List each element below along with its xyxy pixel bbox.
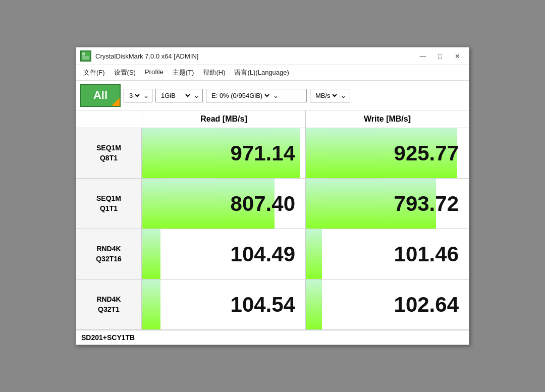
read-bar-3: [142, 279, 160, 329]
read-bar-2: [142, 229, 160, 279]
close-button[interactable]: ✕: [450, 50, 465, 62]
title-bar: CrystalDiskMark 7.0.0 x64 [ADMIN] — □ ✕: [76, 47, 469, 65]
read-value-1: 807.40: [231, 192, 295, 216]
window-controls: — □ ✕: [415, 50, 465, 62]
write-header: Write [MB/s]: [305, 110, 469, 128]
write-cell-2: 101.46: [305, 229, 469, 279]
write-bar-3: [306, 279, 322, 329]
results-table: Read [MB/s] Write [MB/s] SEQ1M Q8T1 971.…: [76, 110, 469, 330]
read-cell-1: 807.40: [142, 179, 305, 229]
menu-settings[interactable]: 设置(S): [110, 67, 140, 79]
read-value-2: 104.49: [231, 242, 295, 266]
menu-profile[interactable]: Profile: [141, 67, 168, 79]
title-bar-left: CrystalDiskMark 7.0.0 x64 [ADMIN]: [80, 50, 198, 62]
table-row: RND4K Q32T16 104.49 101.46: [76, 229, 469, 279]
unit-select[interactable]: MB/s GB/s ⌄: [310, 89, 350, 102]
main-window: CrystalDiskMark 7.0.0 x64 [ADMIN] — □ ✕ …: [76, 47, 469, 345]
table-row: SEQ1M Q1T1 807.40 793.72: [76, 179, 469, 229]
write-value-3: 102.64: [394, 293, 459, 317]
minimize-button[interactable]: —: [415, 50, 430, 62]
read-cell-3: 104.54: [142, 279, 305, 329]
write-value-1: 793.72: [394, 192, 459, 216]
unit-dropdown[interactable]: MB/s GB/s: [313, 91, 339, 100]
row-label-0: SEQ1M Q8T1: [76, 128, 142, 178]
size-chevron-icon: ⌄: [194, 92, 199, 99]
restore-button[interactable]: □: [432, 50, 448, 62]
table-header: Read [MB/s] Write [MB/s]: [76, 110, 469, 128]
row-label-2: RND4K Q32T16: [76, 229, 142, 279]
unit-chevron-icon: ⌄: [341, 92, 346, 99]
write-value-0: 925.77: [394, 141, 459, 165]
write-cell-0: 925.77: [305, 128, 469, 178]
svg-rect-1: [82, 56, 89, 60]
write-cell-1: 793.72: [305, 179, 469, 229]
table-row: SEQ1M Q8T1 971.14 925.77: [76, 128, 469, 179]
menu-file[interactable]: 文件(F): [79, 67, 109, 79]
row-label-1: SEQ1M Q1T1: [76, 179, 142, 229]
svg-rect-2: [82, 52, 85, 55]
count-chevron-icon: ⌄: [143, 92, 149, 99]
write-cell-3: 102.64: [305, 279, 469, 329]
count-select[interactable]: 3 1 5 ⌄: [124, 89, 152, 102]
menu-language[interactable]: 语言(L)(Language): [230, 67, 293, 79]
menu-bar: 文件(F) 设置(S) Profile 主题(T) 帮助(H) 语言(L)(La…: [76, 65, 469, 81]
size-select[interactable]: 1GiB 512MiB 2GiB ⌄: [155, 89, 203, 102]
size-dropdown[interactable]: 1GiB 512MiB 2GiB: [159, 91, 192, 100]
drive-select[interactable]: E: 0% (0/954GiB) ⌄: [206, 89, 307, 102]
table-row: RND4K Q32T1 104.54 102.64: [76, 279, 469, 330]
status-bar: SD201+SCY1TB: [76, 330, 469, 345]
read-cell-0: 971.14: [142, 128, 305, 178]
menu-theme[interactable]: 主题(T): [169, 67, 198, 79]
write-bar-2: [306, 229, 322, 279]
window-title: CrystalDiskMark 7.0.0 x64 [ADMIN]: [95, 52, 198, 60]
app-icon: [80, 50, 91, 62]
count-dropdown[interactable]: 3 1 5: [127, 91, 141, 100]
all-button[interactable]: All: [80, 84, 121, 107]
menu-help[interactable]: 帮助(H): [199, 67, 229, 79]
write-value-2: 101.46: [394, 242, 459, 266]
label-header-spacer: [76, 110, 142, 128]
toolbar: All 3 1 5 ⌄ 1GiB 512MiB 2GiB ⌄ E: 0% (0/…: [76, 81, 469, 110]
read-value-0: 971.14: [231, 141, 295, 165]
drive-dropdown[interactable]: E: 0% (0/954GiB): [209, 91, 271, 100]
row-label-3: RND4K Q32T1: [76, 279, 142, 329]
status-text: SD201+SCY1TB: [81, 333, 135, 342]
read-value-3: 104.54: [231, 293, 295, 317]
read-cell-2: 104.49: [142, 229, 305, 279]
read-header: Read [MB/s]: [142, 110, 305, 128]
drive-chevron-icon: ⌄: [273, 92, 279, 99]
